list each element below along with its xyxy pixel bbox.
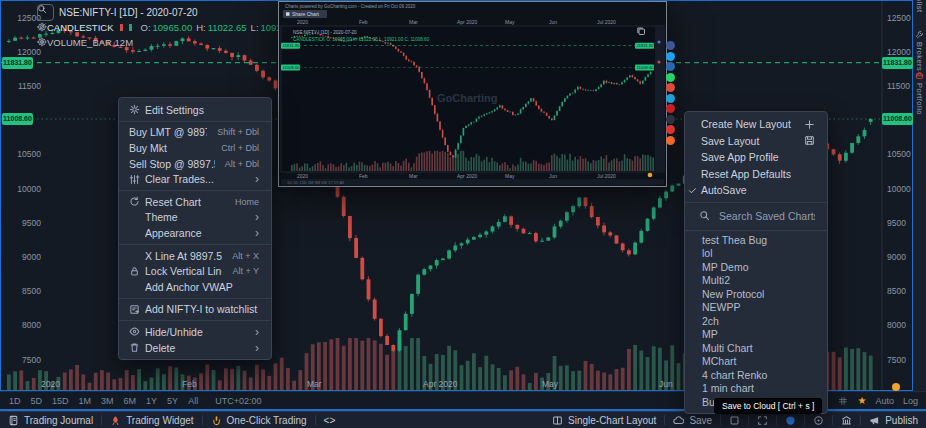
toolbar-publish-button[interactable]: Publish	[861, 412, 926, 428]
saved-chart-item[interactable]: New Protocol	[685, 288, 827, 302]
toolbar-bank-button[interactable]	[833, 412, 860, 428]
favorite-star-icon[interactable]: ★	[857, 395, 866, 406]
submenu-arrow-icon: ›	[255, 343, 259, 353]
timeframe-option-all[interactable]: All	[183, 396, 203, 406]
chart-context-menu: Edit SettingsBuy LMT @ 9897.59Shift + Db…	[118, 97, 272, 360]
saved-chart-item[interactable]: Multi2	[685, 274, 827, 288]
search-icon	[699, 207, 710, 225]
watchlist-add-icon	[129, 304, 145, 315]
timeframe-option-1m[interactable]: 1M	[74, 396, 97, 406]
toolbar-trading-journal-button[interactable]: Trading Journal	[0, 412, 101, 428]
share-button-icon[interactable]	[666, 136, 675, 145]
toolbar-square-button[interactable]	[721, 412, 748, 428]
toolbar-target-button[interactable]	[805, 412, 832, 428]
share-button-icon[interactable]	[666, 73, 675, 82]
price-tick-right: 10000	[887, 184, 911, 194]
timeframe-option-1d[interactable]: 1D	[4, 396, 26, 406]
side-tab-portfolio[interactable]: Portfolio	[913, 71, 926, 115]
layout-menu-item-autosave[interactable]: AutoSave	[685, 182, 827, 199]
saved-chart-item[interactable]: MP	[685, 328, 827, 342]
saved-chart-item[interactable]: 2ch	[685, 315, 827, 329]
saved-charts-search-input[interactable]	[717, 209, 817, 223]
timeframe-option-6m[interactable]: 6M	[119, 396, 142, 406]
context-menu-item-add-nifty-i-to-watchlist[interactable]: Add NIFTY-I to watchlist	[119, 302, 271, 318]
chart-share-preview-modal: Charts powered by GoCharting.com - Creat…	[278, 1, 667, 187]
saved-chart-item[interactable]: 1 min chart	[685, 382, 827, 396]
context-menu-item-sell-stop-9897-59[interactable]: Sell Stop @ 9897.59Alt + Dbl	[119, 156, 271, 172]
svg-text:May: May	[505, 173, 515, 179]
toolbar-trading-widget-button[interactable]: Trading Widget	[102, 412, 201, 428]
share-button-icon[interactable]	[666, 104, 675, 113]
saved-chart-item[interactable]: MP Demo	[685, 261, 827, 275]
share-button-icon[interactable]	[666, 52, 675, 61]
share-button-icon[interactable]	[666, 41, 675, 50]
timeframe-option-1y[interactable]: 1Y	[141, 396, 162, 406]
svg-text:May: May	[505, 19, 515, 25]
side-tab-watchlist[interactable]: Watchlist	[913, 0, 926, 13]
toolbar-save-button[interactable]: Save	[665, 412, 720, 428]
scale-auto-toggle[interactable]: Auto	[875, 396, 894, 406]
time-axis-label: May	[542, 379, 558, 389]
price-tick-left: 12500	[3, 13, 41, 23]
context-menu-item-clear-trades[interactable]: Clear Trades...›	[119, 171, 271, 187]
toolbar-expand-button[interactable]	[749, 412, 776, 428]
saved-chart-item[interactable]: Multi Chart	[685, 342, 827, 356]
scale-log-toggle[interactable]: Log	[903, 396, 918, 406]
context-menu-item-edit-settings[interactable]: Edit Settings	[119, 102, 271, 118]
price-tick-left: 7500	[3, 355, 41, 365]
cloud-icon	[673, 415, 684, 426]
share-button-icon[interactable]	[666, 94, 675, 103]
saved-chart-item[interactable]: test Thea Bug	[685, 234, 827, 248]
grid-settings-icon[interactable]	[838, 396, 848, 406]
symbol-search-icon[interactable]	[37, 4, 54, 21]
layout-menu-item-save-layout[interactable]: Save Layout	[685, 133, 827, 150]
toolbar-single-chart-layout-button[interactable]: Single-Chart Layout	[544, 412, 664, 428]
share-button-icon[interactable]	[666, 62, 675, 71]
time-axis-label: Mar	[307, 379, 322, 389]
context-menu-item-appearance[interactable]: Appearance›	[119, 225, 271, 241]
context-menu-item-buy-lmt-9897-59[interactable]: Buy LMT @ 9897.59Shift + Dbl	[119, 125, 271, 141]
shortcut-label: Alt + Y	[232, 266, 259, 276]
notification-dot	[892, 383, 900, 391]
context-menu-item-lock-vertical-line[interactable]: Lock Vertical LineAlt + Y	[119, 263, 271, 279]
layout-menu-item-save-app-profile[interactable]: Save App Profile	[685, 149, 827, 166]
circle-fill-icon	[785, 415, 796, 426]
toolbar-one-click-trading-button[interactable]: One-Click Trading	[203, 412, 315, 428]
share-button-icon[interactable]	[666, 83, 675, 92]
shortcut-label: Ctrl + Dbl	[221, 143, 259, 153]
timeframe-option-5d[interactable]: 5D	[26, 396, 48, 406]
timeframe-option-5y[interactable]: 5Y	[162, 396, 183, 406]
context-menu-item-add-anchor-vwap[interactable]: Add Anchor VWAP	[119, 279, 271, 295]
share-button-icon[interactable]	[666, 115, 675, 124]
context-menu-item-delete[interactable]: Delete›	[119, 340, 271, 356]
side-tab-brokers[interactable]: Brokers	[913, 30, 926, 71]
shortcut-label: Home	[235, 197, 259, 207]
svg-text:Charts powered by GoCharting.c: Charts powered by GoCharting.com - Creat…	[285, 4, 416, 9]
context-menu-item-buy-mkt[interactable]: Buy MktCtrl + Dbl	[119, 140, 271, 156]
timeframe-option-3m[interactable]: 3M	[96, 396, 119, 406]
saved-chart-item[interactable]: lol	[685, 247, 827, 261]
toolbar-circle-fill-button[interactable]	[777, 412, 804, 428]
context-menu-item-reset-chart[interactable]: Reset ChartHome	[119, 194, 271, 210]
layout-menu-item-reset-app-defaults[interactable]: Reset App Defaults	[685, 166, 827, 183]
svg-text:Apr 2020: Apr 2020	[457, 19, 478, 25]
saved-chart-item[interactable]: 4 chart Renko	[685, 369, 827, 383]
journal-icon	[8, 415, 19, 426]
price-tick-left: 9500	[3, 218, 41, 228]
context-menu-item-x-line-at-9897-59[interactable]: X Line At 9897.59Alt + X	[119, 248, 271, 264]
svg-text:Jul 2020: Jul 2020	[597, 173, 616, 179]
timeframe-option-15d[interactable]: 15D	[47, 396, 74, 406]
price-level-tag: 11008.60	[882, 113, 913, 125]
side-tab-strip: WatchlistBrokersPortfolio	[913, 0, 926, 391]
layout-menu-item-create-new-layout[interactable]: Create New Layout	[685, 116, 827, 133]
context-menu-item-theme[interactable]: Theme›	[119, 210, 271, 226]
toolbar-button-button[interactable]: <>	[316, 412, 344, 428]
plus-icon	[804, 119, 815, 130]
lock-icon	[129, 266, 145, 277]
saved-chart-item[interactable]: MChart	[685, 355, 827, 369]
timezone-label[interactable]: UTC+02:00	[215, 396, 261, 406]
context-menu-item-hide-unhide[interactable]: Hide/Unhide›	[119, 324, 271, 340]
menu-separator	[685, 202, 827, 203]
share-button-icon[interactable]	[666, 125, 675, 134]
saved-chart-item[interactable]: NEWPP	[685, 301, 827, 315]
